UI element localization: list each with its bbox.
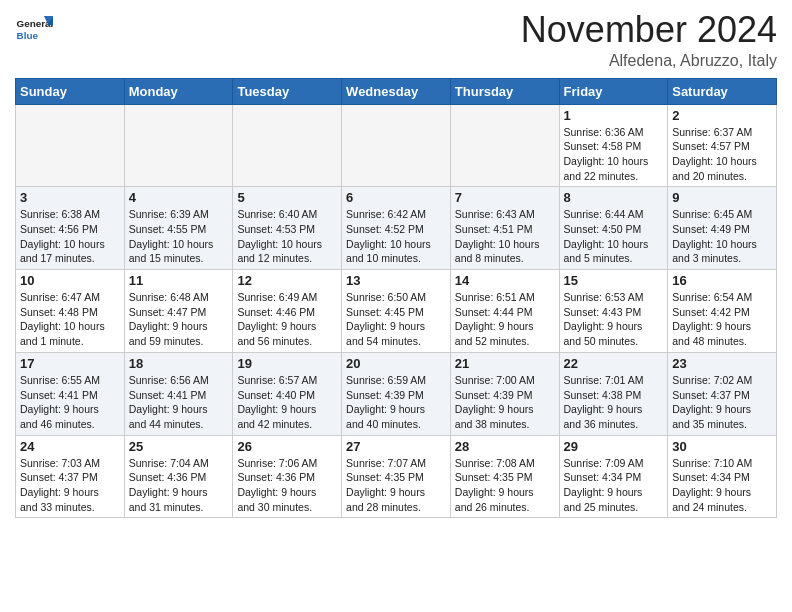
weekday-header-tuesday: Tuesday [233,78,342,104]
weekday-header-friday: Friday [559,78,668,104]
day-info-27: Sunrise: 7:07 AM Sunset: 4:35 PM Dayligh… [346,456,446,515]
day-number-23: 23 [672,356,772,371]
day-info-12: Sunrise: 6:49 AM Sunset: 4:46 PM Dayligh… [237,290,337,349]
day-info-9: Sunrise: 6:45 AM Sunset: 4:49 PM Dayligh… [672,207,772,266]
day-cell-13: 13Sunrise: 6:50 AM Sunset: 4:45 PM Dayli… [342,270,451,353]
day-number-19: 19 [237,356,337,371]
day-info-25: Sunrise: 7:04 AM Sunset: 4:36 PM Dayligh… [129,456,229,515]
day-cell-22: 22Sunrise: 7:01 AM Sunset: 4:38 PM Dayli… [559,352,668,435]
day-number-25: 25 [129,439,229,454]
day-number-26: 26 [237,439,337,454]
week-row-5: 24Sunrise: 7:03 AM Sunset: 4:37 PM Dayli… [16,435,777,518]
week-row-1: 1Sunrise: 6:36 AM Sunset: 4:58 PM Daylig… [16,104,777,187]
day-cell-10: 10Sunrise: 6:47 AM Sunset: 4:48 PM Dayli… [16,270,125,353]
day-cell-20: 20Sunrise: 6:59 AM Sunset: 4:39 PM Dayli… [342,352,451,435]
day-number-11: 11 [129,273,229,288]
day-info-13: Sunrise: 6:50 AM Sunset: 4:45 PM Dayligh… [346,290,446,349]
day-info-10: Sunrise: 6:47 AM Sunset: 4:48 PM Dayligh… [20,290,120,349]
day-info-18: Sunrise: 6:56 AM Sunset: 4:41 PM Dayligh… [129,373,229,432]
day-number-6: 6 [346,190,446,205]
day-cell-18: 18Sunrise: 6:56 AM Sunset: 4:41 PM Dayli… [124,352,233,435]
day-info-8: Sunrise: 6:44 AM Sunset: 4:50 PM Dayligh… [564,207,664,266]
day-number-9: 9 [672,190,772,205]
empty-cell [124,104,233,187]
weekday-header-monday: Monday [124,78,233,104]
day-number-21: 21 [455,356,555,371]
day-info-6: Sunrise: 6:42 AM Sunset: 4:52 PM Dayligh… [346,207,446,266]
day-info-29: Sunrise: 7:09 AM Sunset: 4:34 PM Dayligh… [564,456,664,515]
day-cell-19: 19Sunrise: 6:57 AM Sunset: 4:40 PM Dayli… [233,352,342,435]
day-number-13: 13 [346,273,446,288]
day-cell-17: 17Sunrise: 6:55 AM Sunset: 4:41 PM Dayli… [16,352,125,435]
day-cell-29: 29Sunrise: 7:09 AM Sunset: 4:34 PM Dayli… [559,435,668,518]
weekday-header-wednesday: Wednesday [342,78,451,104]
empty-cell [16,104,125,187]
day-cell-27: 27Sunrise: 7:07 AM Sunset: 4:35 PM Dayli… [342,435,451,518]
day-cell-11: 11Sunrise: 6:48 AM Sunset: 4:47 PM Dayli… [124,270,233,353]
day-number-29: 29 [564,439,664,454]
empty-cell [450,104,559,187]
week-row-4: 17Sunrise: 6:55 AM Sunset: 4:41 PM Dayli… [16,352,777,435]
day-cell-28: 28Sunrise: 7:08 AM Sunset: 4:35 PM Dayli… [450,435,559,518]
day-info-17: Sunrise: 6:55 AM Sunset: 4:41 PM Dayligh… [20,373,120,432]
day-number-30: 30 [672,439,772,454]
day-number-18: 18 [129,356,229,371]
day-number-20: 20 [346,356,446,371]
day-info-30: Sunrise: 7:10 AM Sunset: 4:34 PM Dayligh… [672,456,772,515]
day-cell-14: 14Sunrise: 6:51 AM Sunset: 4:44 PM Dayli… [450,270,559,353]
day-cell-30: 30Sunrise: 7:10 AM Sunset: 4:34 PM Dayli… [668,435,777,518]
day-cell-6: 6Sunrise: 6:42 AM Sunset: 4:52 PM Daylig… [342,187,451,270]
day-info-1: Sunrise: 6:36 AM Sunset: 4:58 PM Dayligh… [564,125,664,184]
day-cell-16: 16Sunrise: 6:54 AM Sunset: 4:42 PM Dayli… [668,270,777,353]
day-info-15: Sunrise: 6:53 AM Sunset: 4:43 PM Dayligh… [564,290,664,349]
day-number-28: 28 [455,439,555,454]
day-number-15: 15 [564,273,664,288]
day-number-3: 3 [20,190,120,205]
weekday-header-saturday: Saturday [668,78,777,104]
title-block: November 2024 Alfedena, Abruzzo, Italy [521,10,777,70]
day-info-28: Sunrise: 7:08 AM Sunset: 4:35 PM Dayligh… [455,456,555,515]
day-number-14: 14 [455,273,555,288]
day-number-5: 5 [237,190,337,205]
day-number-10: 10 [20,273,120,288]
day-cell-15: 15Sunrise: 6:53 AM Sunset: 4:43 PM Dayli… [559,270,668,353]
day-cell-12: 12Sunrise: 6:49 AM Sunset: 4:46 PM Dayli… [233,270,342,353]
day-cell-21: 21Sunrise: 7:00 AM Sunset: 4:39 PM Dayli… [450,352,559,435]
day-cell-5: 5Sunrise: 6:40 AM Sunset: 4:53 PM Daylig… [233,187,342,270]
day-number-17: 17 [20,356,120,371]
day-number-2: 2 [672,108,772,123]
day-info-22: Sunrise: 7:01 AM Sunset: 4:38 PM Dayligh… [564,373,664,432]
day-cell-7: 7Sunrise: 6:43 AM Sunset: 4:51 PM Daylig… [450,187,559,270]
day-cell-26: 26Sunrise: 7:06 AM Sunset: 4:36 PM Dayli… [233,435,342,518]
day-number-12: 12 [237,273,337,288]
month-title: November 2024 [521,10,777,50]
day-cell-8: 8Sunrise: 6:44 AM Sunset: 4:50 PM Daylig… [559,187,668,270]
day-number-4: 4 [129,190,229,205]
day-cell-24: 24Sunrise: 7:03 AM Sunset: 4:37 PM Dayli… [16,435,125,518]
weekday-header-row: SundayMondayTuesdayWednesdayThursdayFrid… [16,78,777,104]
day-cell-3: 3Sunrise: 6:38 AM Sunset: 4:56 PM Daylig… [16,187,125,270]
day-cell-23: 23Sunrise: 7:02 AM Sunset: 4:37 PM Dayli… [668,352,777,435]
logo: General Blue [15,10,53,48]
week-row-3: 10Sunrise: 6:47 AM Sunset: 4:48 PM Dayli… [16,270,777,353]
day-cell-4: 4Sunrise: 6:39 AM Sunset: 4:55 PM Daylig… [124,187,233,270]
day-info-2: Sunrise: 6:37 AM Sunset: 4:57 PM Dayligh… [672,125,772,184]
day-number-7: 7 [455,190,555,205]
empty-cell [342,104,451,187]
day-info-21: Sunrise: 7:00 AM Sunset: 4:39 PM Dayligh… [455,373,555,432]
day-info-14: Sunrise: 6:51 AM Sunset: 4:44 PM Dayligh… [455,290,555,349]
day-cell-9: 9Sunrise: 6:45 AM Sunset: 4:49 PM Daylig… [668,187,777,270]
generalblue-logo-icon: General Blue [15,10,53,48]
day-info-11: Sunrise: 6:48 AM Sunset: 4:47 PM Dayligh… [129,290,229,349]
week-row-2: 3Sunrise: 6:38 AM Sunset: 4:56 PM Daylig… [16,187,777,270]
day-info-23: Sunrise: 7:02 AM Sunset: 4:37 PM Dayligh… [672,373,772,432]
empty-cell [233,104,342,187]
day-number-16: 16 [672,273,772,288]
day-cell-25: 25Sunrise: 7:04 AM Sunset: 4:36 PM Dayli… [124,435,233,518]
day-info-3: Sunrise: 6:38 AM Sunset: 4:56 PM Dayligh… [20,207,120,266]
day-number-24: 24 [20,439,120,454]
day-cell-1: 1Sunrise: 6:36 AM Sunset: 4:58 PM Daylig… [559,104,668,187]
day-info-16: Sunrise: 6:54 AM Sunset: 4:42 PM Dayligh… [672,290,772,349]
day-info-4: Sunrise: 6:39 AM Sunset: 4:55 PM Dayligh… [129,207,229,266]
day-number-27: 27 [346,439,446,454]
